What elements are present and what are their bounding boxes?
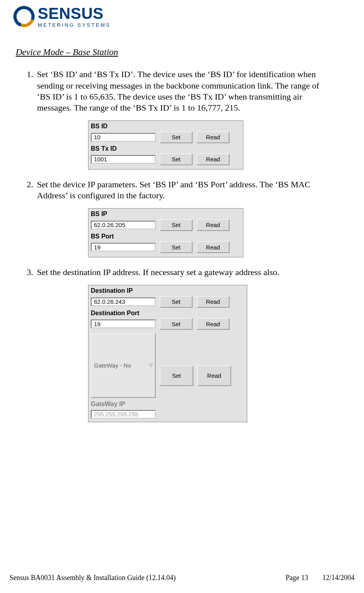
gateway-select[interactable]: GateWay - No	[91, 333, 156, 398]
dest-port-read-button[interactable]: Read	[197, 318, 230, 330]
panel-bs-ip: BS IP 62.0.26.205 Set Read BS Port 19 Se…	[88, 208, 243, 257]
bs-id-input[interactable]: 10	[91, 133, 156, 142]
bs-port-input[interactable]: 19	[91, 243, 156, 251]
logo-subtitle: METERING SYSTEMS	[38, 22, 111, 28]
dest-ip-label: Destination IP	[91, 287, 245, 295]
step-2: Set the device IP parameters. Set ‘BS IP…	[35, 179, 333, 257]
bs-ip-set-button[interactable]: Set	[160, 219, 193, 231]
dest-port-label: Destination Port	[91, 309, 245, 317]
bs-ip-label: BS IP	[91, 210, 241, 218]
gateway-read-button[interactable]: Read	[197, 366, 231, 386]
bs-id-read-button[interactable]: Read	[197, 131, 230, 143]
gateway-ip-input[interactable]: 255.255.255.255	[91, 410, 156, 419]
dest-port-set-button[interactable]: Set	[160, 318, 193, 330]
bs-ip-input[interactable]: 62.0.26.205	[91, 221, 156, 229]
bs-txid-input[interactable]: 1001	[91, 155, 156, 164]
step-2-text: Set the device IP parameters. Set ‘BS IP…	[37, 179, 311, 200]
bs-id-label: BS ID	[91, 122, 241, 130]
footer-page: Page 13	[285, 574, 308, 582]
page-footer: Sensus BA0031 Assembly & Installation Gu…	[9, 574, 355, 582]
panel-bs-id: BS ID 10 Set Read BS Tx ID 1001 Set Read	[88, 120, 243, 170]
dest-port-input[interactable]: 19	[91, 320, 156, 328]
logo-ring-icon	[13, 6, 35, 27]
brand-logo: SENSUS METERING SYSTEMS	[13, 6, 111, 28]
gateway-set-button[interactable]: Set	[160, 366, 193, 386]
footer-date: 12/14/2004	[322, 574, 355, 582]
step-3-text: Set the destination IP address. If neces…	[37, 267, 279, 277]
bs-port-read-button[interactable]: Read	[197, 241, 230, 253]
bs-txid-label: BS Tx ID	[91, 145, 241, 153]
bs-port-set-button[interactable]: Set	[160, 241, 193, 253]
dest-ip-input[interactable]: 62.0.26.243	[91, 297, 156, 306]
bs-txid-set-button[interactable]: Set	[160, 153, 193, 165]
bs-ip-read-button[interactable]: Read	[197, 219, 230, 231]
step-1-text: Set ‘BS ID’ and ‘BS Tx ID’. The device u…	[37, 69, 319, 112]
dest-ip-read-button[interactable]: Read	[197, 296, 230, 308]
gateway-ip-label: GateWay IP	[91, 400, 156, 408]
bs-port-label: BS Port	[91, 233, 241, 240]
footer-doc-title: Sensus BA0031 Assembly & Installation Gu…	[9, 574, 176, 582]
dest-ip-set-button[interactable]: Set	[160, 296, 193, 308]
logo-brand: SENSUS	[38, 6, 111, 21]
step-3: Set the destination IP address. If neces…	[35, 267, 333, 422]
panel-destination: Destination IP 62.0.26.243 Set Read Dest…	[88, 285, 247, 422]
bs-txid-read-button[interactable]: Read	[197, 153, 230, 165]
section-title: Device Mode – Base Station	[16, 46, 333, 58]
step-1: Set ‘BS ID’ and ‘BS Tx ID’. The device u…	[35, 69, 333, 170]
bs-id-set-button[interactable]: Set	[160, 131, 193, 143]
